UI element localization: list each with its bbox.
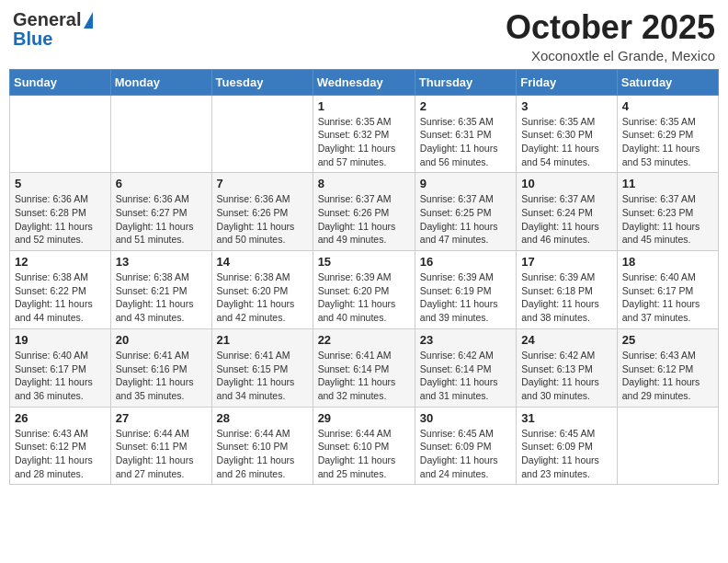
day-number: 26: [15, 411, 106, 425]
calendar-cell: 23Sunrise: 6:42 AMSunset: 6:14 PMDayligh…: [415, 328, 516, 407]
calendar-cell: 31Sunrise: 6:45 AMSunset: 6:09 PMDayligh…: [517, 407, 618, 485]
calendar-cell: [110, 95, 211, 173]
calendar-cell: 21Sunrise: 6:41 AMSunset: 6:15 PMDayligh…: [211, 328, 313, 407]
day-info: Sunrise: 6:41 AMSunset: 6:16 PMDaylight:…: [116, 349, 207, 403]
col-header-monday: Monday: [110, 69, 211, 95]
day-info: Sunrise: 6:42 AMSunset: 6:14 PMDaylight:…: [420, 349, 511, 403]
day-number: 24: [521, 333, 612, 347]
calendar-cell: 14Sunrise: 6:38 AMSunset: 6:20 PMDayligh…: [211, 251, 313, 329]
page-header: General Blue October 2025 Xoconoxtle el …: [9, 9, 719, 63]
calendar-header-row: SundayMondayTuesdayWednesdayThursdayFrid…: [10, 69, 719, 95]
calendar-cell: 26Sunrise: 6:43 AMSunset: 6:12 PMDayligh…: [10, 407, 111, 485]
day-info: Sunrise: 6:37 AMSunset: 6:25 PMDaylight:…: [420, 192, 511, 247]
calendar-week-row: 5Sunrise: 6:36 AMSunset: 6:28 PMDaylight…: [10, 173, 719, 251]
day-info: Sunrise: 6:40 AMSunset: 6:17 PMDaylight:…: [15, 349, 106, 403]
day-info: Sunrise: 6:36 AMSunset: 6:26 PMDaylight:…: [217, 192, 308, 247]
day-number: 7: [217, 177, 308, 190]
day-info: Sunrise: 6:45 AMSunset: 6:09 PMDaylight:…: [521, 427, 612, 481]
calendar-cell: 4Sunrise: 6:35 AMSunset: 6:29 PMDaylight…: [617, 95, 718, 173]
logo-blue-text: Blue: [13, 29, 52, 50]
day-info: Sunrise: 6:41 AMSunset: 6:15 PMDaylight:…: [217, 349, 308, 403]
day-info: Sunrise: 6:43 AMSunset: 6:12 PMDaylight:…: [622, 349, 713, 403]
calendar-cell: 2Sunrise: 6:35 AMSunset: 6:31 PMDaylight…: [415, 95, 516, 173]
day-info: Sunrise: 6:36 AMSunset: 6:28 PMDaylight:…: [15, 192, 106, 247]
col-header-saturday: Saturday: [617, 69, 718, 95]
day-number: 17: [521, 255, 612, 269]
day-number: 11: [622, 177, 713, 190]
day-info: Sunrise: 6:41 AMSunset: 6:14 PMDaylight:…: [318, 349, 410, 403]
day-number: 6: [116, 177, 207, 190]
calendar-cell: 7Sunrise: 6:36 AMSunset: 6:26 PMDaylight…: [211, 173, 313, 251]
calendar-cell: 16Sunrise: 6:39 AMSunset: 6:19 PMDayligh…: [415, 251, 516, 329]
calendar-cell: 29Sunrise: 6:44 AMSunset: 6:10 PMDayligh…: [313, 407, 415, 485]
day-info: Sunrise: 6:37 AMSunset: 6:23 PMDaylight:…: [622, 192, 713, 247]
calendar-cell: 28Sunrise: 6:44 AMSunset: 6:10 PMDayligh…: [211, 407, 313, 485]
day-number: 10: [521, 177, 612, 190]
col-header-wednesday: Wednesday: [313, 69, 415, 95]
day-number: 20: [116, 333, 207, 347]
day-info: Sunrise: 6:45 AMSunset: 6:09 PMDaylight:…: [420, 427, 511, 481]
day-number: 29: [318, 411, 410, 425]
col-header-tuesday: Tuesday: [211, 69, 313, 95]
calendar-cell: 6Sunrise: 6:36 AMSunset: 6:27 PMDaylight…: [110, 173, 211, 251]
day-number: 25: [622, 333, 713, 347]
day-number: 16: [420, 255, 511, 269]
day-info: Sunrise: 6:37 AMSunset: 6:26 PMDaylight:…: [318, 192, 410, 247]
logo: General Blue: [13, 9, 93, 50]
col-header-friday: Friday: [517, 69, 618, 95]
day-info: Sunrise: 6:35 AMSunset: 6:29 PMDaylight:…: [622, 115, 713, 169]
calendar-week-row: 26Sunrise: 6:43 AMSunset: 6:12 PMDayligh…: [10, 407, 719, 485]
day-info: Sunrise: 6:44 AMSunset: 6:11 PMDaylight:…: [116, 427, 207, 481]
col-header-thursday: Thursday: [415, 69, 516, 95]
day-number: 13: [116, 255, 207, 269]
calendar-cell: 30Sunrise: 6:45 AMSunset: 6:09 PMDayligh…: [415, 407, 516, 485]
day-info: Sunrise: 6:44 AMSunset: 6:10 PMDaylight:…: [318, 427, 410, 481]
day-info: Sunrise: 6:39 AMSunset: 6:18 PMDaylight:…: [521, 270, 612, 325]
calendar-cell: [10, 95, 111, 173]
day-number: 19: [15, 333, 106, 347]
calendar-cell: 18Sunrise: 6:40 AMSunset: 6:17 PMDayligh…: [617, 251, 718, 329]
calendar-cell: 27Sunrise: 6:44 AMSunset: 6:11 PMDayligh…: [110, 407, 211, 485]
calendar-cell: 22Sunrise: 6:41 AMSunset: 6:14 PMDayligh…: [313, 328, 415, 407]
day-info: Sunrise: 6:39 AMSunset: 6:19 PMDaylight:…: [420, 270, 511, 325]
day-info: Sunrise: 6:36 AMSunset: 6:27 PMDaylight:…: [116, 192, 207, 247]
calendar-cell: 19Sunrise: 6:40 AMSunset: 6:17 PMDayligh…: [10, 328, 111, 407]
calendar-cell: 9Sunrise: 6:37 AMSunset: 6:25 PMDaylight…: [415, 173, 516, 251]
day-number: 18: [622, 255, 713, 269]
day-number: 1: [318, 99, 410, 113]
day-info: Sunrise: 6:38 AMSunset: 6:21 PMDaylight:…: [116, 270, 207, 325]
logo-general-text: General: [13, 9, 81, 30]
day-number: 14: [217, 255, 308, 269]
day-number: 5: [15, 177, 106, 190]
calendar-week-row: 12Sunrise: 6:38 AMSunset: 6:22 PMDayligh…: [10, 251, 719, 329]
calendar-table: SundayMondayTuesdayWednesdayThursdayFrid…: [9, 69, 719, 486]
day-info: Sunrise: 6:43 AMSunset: 6:12 PMDaylight:…: [15, 427, 106, 481]
calendar-cell: 5Sunrise: 6:36 AMSunset: 6:28 PMDaylight…: [10, 173, 111, 251]
day-number: 3: [521, 99, 612, 113]
day-number: 9: [420, 177, 511, 190]
day-info: Sunrise: 6:35 AMSunset: 6:32 PMDaylight:…: [318, 115, 410, 169]
day-number: 31: [521, 411, 612, 425]
location-title: Xoconoxtle el Grande, Mexico: [506, 48, 715, 63]
day-number: 8: [318, 177, 410, 190]
day-number: 2: [420, 99, 511, 113]
day-info: Sunrise: 6:39 AMSunset: 6:20 PMDaylight:…: [318, 270, 410, 325]
day-number: 30: [420, 411, 511, 425]
calendar-cell: 8Sunrise: 6:37 AMSunset: 6:26 PMDaylight…: [313, 173, 415, 251]
day-number: 21: [217, 333, 308, 347]
calendar-cell: 11Sunrise: 6:37 AMSunset: 6:23 PMDayligh…: [617, 173, 718, 251]
calendar-week-row: 1Sunrise: 6:35 AMSunset: 6:32 PMDaylight…: [10, 95, 719, 173]
calendar-week-row: 19Sunrise: 6:40 AMSunset: 6:17 PMDayligh…: [10, 328, 719, 407]
calendar-cell: [211, 95, 313, 173]
day-info: Sunrise: 6:35 AMSunset: 6:30 PMDaylight:…: [521, 115, 612, 169]
day-number: 4: [622, 99, 713, 113]
day-info: Sunrise: 6:35 AMSunset: 6:31 PMDaylight:…: [420, 115, 511, 169]
day-number: 28: [217, 411, 308, 425]
day-info: Sunrise: 6:38 AMSunset: 6:22 PMDaylight:…: [15, 270, 106, 325]
day-number: 27: [116, 411, 207, 425]
calendar-cell: 3Sunrise: 6:35 AMSunset: 6:30 PMDaylight…: [517, 95, 618, 173]
calendar-cell: 20Sunrise: 6:41 AMSunset: 6:16 PMDayligh…: [110, 328, 211, 407]
day-number: 15: [318, 255, 410, 269]
calendar-cell: 13Sunrise: 6:38 AMSunset: 6:21 PMDayligh…: [110, 251, 211, 329]
title-block: October 2025 Xoconoxtle el Grande, Mexic…: [506, 9, 715, 63]
